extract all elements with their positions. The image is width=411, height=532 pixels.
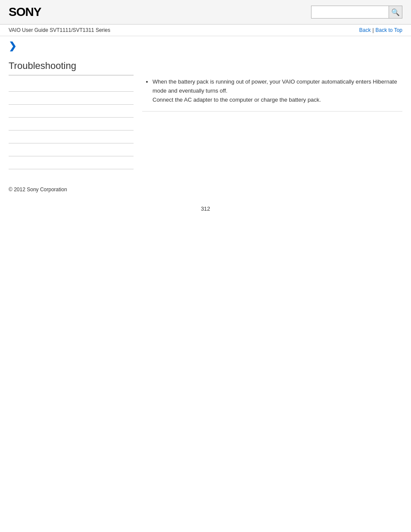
search-input[interactable]: [311, 6, 389, 19]
search-button[interactable]: 🔍: [389, 6, 402, 19]
sony-logo: SONY: [9, 5, 41, 19]
list-item: When the battery pack is running out of …: [153, 78, 402, 104]
list-item: [9, 131, 134, 143]
nav-separator: |: [372, 27, 374, 33]
chevron-area: ❯: [0, 36, 411, 52]
list-item: [9, 118, 134, 131]
back-link[interactable]: Back: [359, 27, 371, 33]
bullet-text-1: When the battery pack is running out of …: [153, 78, 397, 94]
content-section: When the battery pack is running out of …: [142, 78, 402, 112]
sidebar-title: Troubleshooting: [9, 60, 134, 75]
list-item: [9, 105, 134, 118]
list-item: [9, 92, 134, 105]
guide-title: VAIO User Guide SVT1111/SVT1311 Series: [9, 27, 110, 33]
list-item: [9, 143, 134, 156]
chevron-right-icon: ❯: [9, 40, 16, 52]
bullet-text-2: Connect the AC adapter to the computer o…: [153, 96, 402, 105]
page-number: 312: [0, 197, 411, 221]
nav-bar: VAIO User Guide SVT1111/SVT1311 Series B…: [0, 25, 411, 36]
main-content: Troubleshooting: [0, 52, 411, 178]
sidebar-links: [9, 79, 134, 169]
nav-links: Back | Back to Top: [359, 27, 402, 33]
list-item: [9, 156, 134, 169]
back-to-top-link[interactable]: Back to Top: [376, 27, 402, 33]
page-header: SONY 🔍: [0, 0, 411, 25]
content-list: When the battery pack is running out of …: [142, 78, 402, 104]
search-container: 🔍: [311, 6, 402, 19]
footer-copyright: © 2012 Sony Corporation: [0, 178, 411, 197]
content-area: When the battery pack is running out of …: [142, 60, 402, 169]
sidebar: Troubleshooting: [9, 60, 134, 169]
list-item: [9, 79, 134, 92]
search-icon: 🔍: [391, 8, 400, 16]
copyright-text: © 2012 Sony Corporation: [9, 187, 67, 193]
